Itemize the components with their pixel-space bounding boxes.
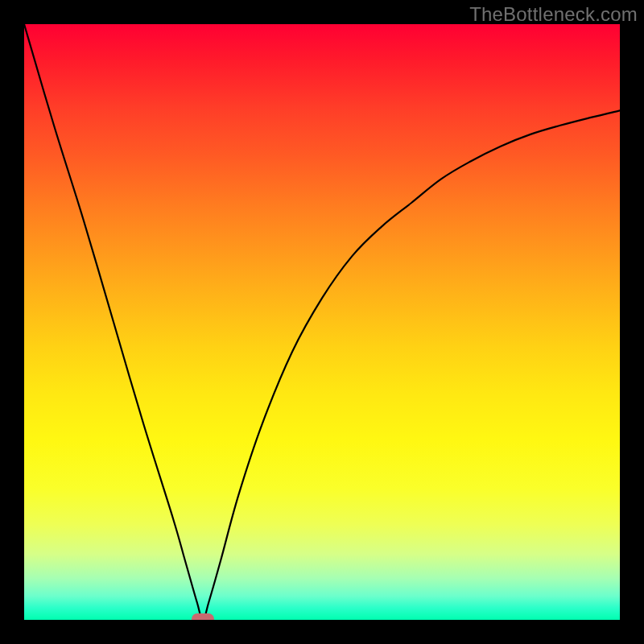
minimum-marker-icon: [192, 613, 214, 620]
watermark-text: TheBottleneck.com: [469, 3, 638, 26]
chart-frame: TheBottleneck.com: [0, 0, 644, 644]
bottleneck-curve: [24, 24, 620, 620]
plot-area: [24, 24, 620, 620]
